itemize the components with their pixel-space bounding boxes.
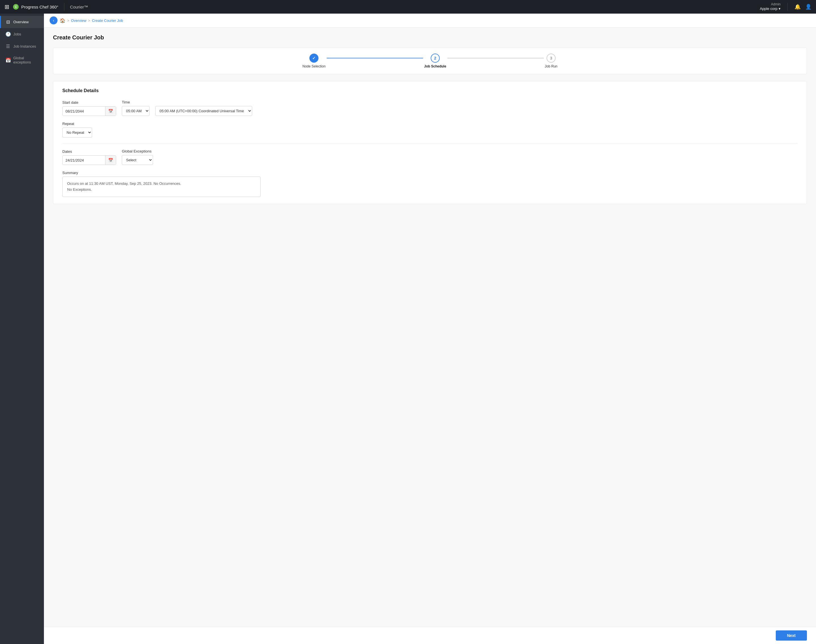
stepper: ✓ Node Selection 2 Job Schedule xyxy=(303,54,557,68)
job-instances-icon: ☰ xyxy=(5,44,11,49)
form-row-dates-exceptions: Dates 📅 Global Exceptions Select Excepti… xyxy=(62,149,798,165)
summary-label: Summary xyxy=(62,171,798,175)
global-exceptions-icon: 📅 xyxy=(5,58,11,63)
step-connector-1 xyxy=(327,58,423,58)
next-button[interactable]: Next xyxy=(776,630,807,641)
app-name: Courier™ xyxy=(70,5,88,9)
start-date-input[interactable] xyxy=(63,107,105,116)
grid-icon[interactable]: ⊞ xyxy=(5,3,9,10)
step-job-schedule: 2 Job Schedule xyxy=(424,54,446,68)
form-group-time: Time 05:00 AM 06:00 AM 07:00 AM xyxy=(122,100,150,116)
repeat-select[interactable]: No Repeat Daily Weekly Monthly xyxy=(62,127,92,138)
summary-text: Occurs on at 11:30 AM UST, Monday, Sep 2… xyxy=(67,181,181,192)
sidebar-item-jobs-label: Jobs xyxy=(13,32,21,36)
form-group-dates: Dates 📅 xyxy=(62,149,116,165)
topbar: ⊞ C Progress Chef 360° Courier™ Admin Ap… xyxy=(0,0,816,14)
timezone-label xyxy=(155,100,252,104)
form-row-repeat: Repeat No Repeat Daily Weekly Monthly xyxy=(62,122,798,138)
topbar-divider xyxy=(64,3,64,11)
sidebar-item-global-exceptions[interactable]: 📅 Global exceptions xyxy=(0,52,44,68)
step-connector-2 xyxy=(447,58,544,58)
jobs-icon: 🕐 xyxy=(5,31,11,37)
time-label: Time xyxy=(122,100,150,104)
sidebar-item-job-instances[interactable]: ☰ Job Instances xyxy=(0,40,44,52)
admin-label: Admin xyxy=(771,2,781,7)
global-exceptions-select[interactable]: Select Exception 1 Exception 2 xyxy=(122,155,153,165)
dates-input[interactable] xyxy=(63,156,105,165)
svg-text:C: C xyxy=(15,5,17,9)
content-area: ‹ 🏠 > Overview > Create Courier Job Crea… xyxy=(44,14,816,644)
start-date-input-wrapper: 📅 xyxy=(62,106,116,116)
admin-info: Admin Apple corp ▾ xyxy=(760,2,781,11)
step-1-circle: ✓ xyxy=(309,54,318,63)
dates-input-wrapper: 📅 xyxy=(62,155,116,165)
step-job-run: 3 Job Run xyxy=(545,54,557,68)
start-date-label: Start date xyxy=(62,100,116,104)
content-header: ‹ 🏠 > Overview > Create Courier Job xyxy=(44,14,816,28)
stepper-container: ✓ Node Selection 2 Job Schedule xyxy=(53,48,807,74)
home-icon[interactable]: 🏠 xyxy=(60,18,66,23)
form-group-repeat: Repeat No Repeat Daily Weekly Monthly xyxy=(62,122,92,138)
summary-box: Occurs on at 11:30 AM UST, Monday, Sep 2… xyxy=(62,176,261,197)
step-1-label: Node Selection xyxy=(303,64,326,68)
form-group-timezone: 05:00 AM (UTC+00:00) Coordinated Univers… xyxy=(155,100,252,116)
form-group-start-date: Start date 📅 xyxy=(62,100,116,116)
form-group-global-exceptions: Global Exceptions Select Exception 1 Exc… xyxy=(122,149,153,165)
footer-bar: Next xyxy=(44,627,816,644)
page-title: Create Courier Job xyxy=(53,34,807,41)
step-2-label: Job Schedule xyxy=(424,64,446,68)
chef-logo-icon: C xyxy=(13,4,19,10)
page-content: Create Courier Job ✓ Node Selection xyxy=(44,28,816,627)
logo-text: Progress Chef 360° xyxy=(21,5,58,9)
step-3-circle: 3 xyxy=(547,54,556,63)
breadcrumb-overview[interactable]: Overview xyxy=(71,18,86,23)
start-date-calendar-icon[interactable]: 📅 xyxy=(105,107,116,116)
global-exceptions-label: Global Exceptions xyxy=(122,149,153,153)
admin-org[interactable]: Apple corp ▾ xyxy=(760,6,781,11)
topbar-logo: C Progress Chef 360° xyxy=(13,4,58,10)
breadcrumb-sep-1: > xyxy=(67,18,69,23)
form-group-summary: Summary Occurs on at 11:30 AM UST, Monda… xyxy=(62,171,798,197)
sidebar-item-overview-label: Overview xyxy=(13,20,29,24)
breadcrumb-sep-2: > xyxy=(88,18,90,23)
sidebar-item-overview[interactable]: ⊟ Overview xyxy=(0,16,44,28)
sidebar-item-global-exceptions-label: Global exceptions xyxy=(13,56,39,64)
dates-calendar-icon[interactable]: 📅 xyxy=(105,156,116,165)
breadcrumb-create-courier-job[interactable]: Create Courier Job xyxy=(92,18,123,23)
bell-icon[interactable]: 🔔 xyxy=(795,4,801,10)
step-1-checkmark: ✓ xyxy=(312,56,315,60)
section-title: Schedule Details xyxy=(62,88,798,93)
sidebar-item-jobs[interactable]: 🕐 Jobs xyxy=(0,28,44,40)
step-2-number: 2 xyxy=(434,56,436,60)
dates-label: Dates xyxy=(62,149,116,153)
overview-icon: ⊟ xyxy=(5,19,11,25)
form-row-datetime: Start date 📅 Time 05:00 AM 06:00 AM 07:0… xyxy=(62,100,798,116)
breadcrumb: 🏠 > Overview > Create Courier Job xyxy=(60,18,123,23)
topbar-right: Admin Apple corp ▾ 🔔 👤 xyxy=(760,2,811,11)
sidebar: ⊟ Overview 🕐 Jobs ☰ Job Instances 📅 Glob… xyxy=(0,14,44,644)
main-layout: ⊟ Overview 🕐 Jobs ☰ Job Instances 📅 Glob… xyxy=(0,14,816,644)
user-icon[interactable]: 👤 xyxy=(805,4,811,10)
back-button[interactable]: ‹ xyxy=(50,17,58,25)
repeat-label: Repeat xyxy=(62,122,92,126)
schedule-section: Schedule Details Start date 📅 Time 05:00 xyxy=(53,81,807,204)
step-3-label: Job Run xyxy=(545,64,557,68)
step-3-number: 3 xyxy=(550,56,552,60)
topbar-right-divider xyxy=(787,3,788,11)
chevron-down-icon: ▾ xyxy=(779,6,781,11)
step-2-circle: 2 xyxy=(431,54,440,63)
time-select[interactable]: 05:00 AM 06:00 AM 07:00 AM xyxy=(122,106,150,116)
step-node-selection: ✓ Node Selection xyxy=(303,54,326,68)
timezone-select[interactable]: 05:00 AM (UTC+00:00) Coordinated Univers… xyxy=(155,106,252,116)
sidebar-item-job-instances-label: Job Instances xyxy=(13,44,36,49)
